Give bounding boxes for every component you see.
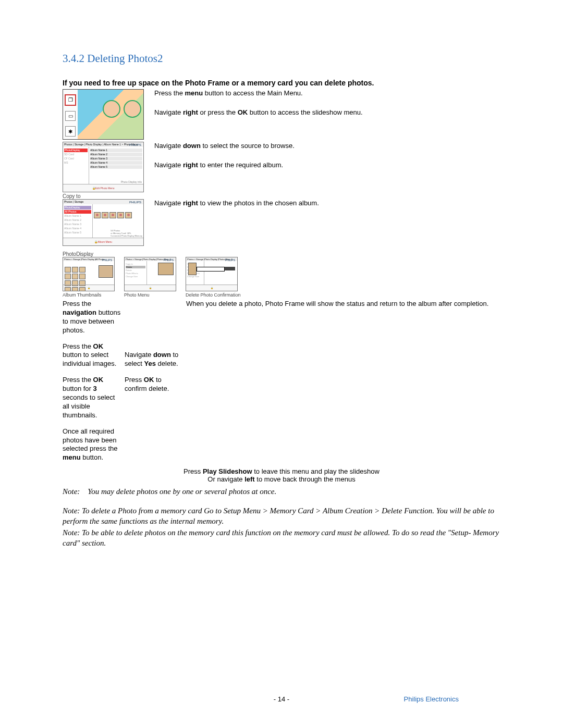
step-text-2: Navigate down to select the source to br…	[154, 142, 295, 170]
triple-col-1: Photos > Storage |Photo Display |All Pho…	[63, 257, 115, 298]
figure-photo-menu: Photos > Storage |Photo Display |Photos …	[124, 257, 176, 291]
t: button.	[81, 453, 103, 461]
t: seconds to select all visible thumbnails…	[63, 393, 115, 419]
triple-col-3: Photos > Storage |Photo Display |Photos …	[186, 257, 241, 298]
t-bold: menu	[63, 453, 81, 461]
triple-col-2: Photos > Storage |Photo Display |Photos …	[124, 257, 176, 298]
segment-label-copy: Copy to	[63, 193, 500, 199]
thumb	[125, 212, 132, 218]
fig3-info: 56 Photos or Memory Card: 56% Connected …	[111, 229, 142, 237]
fig3-thumbs	[93, 212, 143, 219]
t: Press the	[63, 300, 91, 307]
fig2-body: PhotoDisplay SD Card CF Card MS Album Na…	[63, 147, 143, 184]
ic1-p3: Press the OK button for 3 seconds to sel…	[63, 376, 123, 419]
thumb	[117, 212, 124, 218]
center-line-1: Press Play Slideshow to leave this menu …	[63, 467, 500, 475]
t-bold: OK	[144, 376, 154, 384]
t-bold: right	[183, 161, 198, 169]
t: Navigate	[154, 108, 183, 116]
thumb	[72, 274, 78, 279]
note-3: Note: To be able to delete photos on the…	[63, 527, 500, 549]
t: Once all required photos have been selec…	[63, 427, 118, 453]
instr-col-1: Press the navigation buttons to move bet…	[63, 300, 123, 462]
t-bold: OK	[238, 108, 248, 116]
note-1: Note: You may delete photos one by one o…	[63, 486, 500, 497]
document-page: 3.4.2 Deleting Photos2 If you need to fr…	[0, 0, 563, 728]
step-line-1: Press the menu button to access the Main…	[154, 89, 363, 98]
instruction-columns: Press the navigation buttons to move bet…	[63, 300, 500, 462]
t: Press the	[63, 342, 93, 350]
mini-li: Copy to	[126, 263, 145, 265]
note-2: Note: To delete a Photo from a memory ca…	[63, 505, 500, 527]
t: delete.	[156, 360, 178, 367]
fig2-foot: 🔒 Edit Photo Menu	[63, 184, 143, 192]
ic1-p4: Once all required photos have been selec…	[63, 427, 123, 463]
fig2-left-item: SD Card	[64, 153, 88, 156]
settings-icon: ✱	[65, 126, 76, 137]
fig2-right-item: Album Name 4	[90, 161, 142, 165]
t-bold: navigation	[63, 309, 96, 316]
step-text-1: Press the menu button to access the Main…	[154, 89, 363, 128]
mini-body	[63, 261, 114, 285]
figure-source-menu: Photos | Storage | Photo Display | Album…	[63, 142, 144, 192]
t: to leave this menu and play the slidesho…	[252, 467, 380, 475]
fig3-left-item: Album Name 1	[64, 214, 91, 218]
instr-col-2: Navigate down to select Yes delete. Pres…	[125, 300, 183, 462]
thumbnail-triple: Photos > Storage |Photo Display |All Pho…	[63, 257, 500, 298]
fig2-left: PhotoDisplay SD Card CF Card MS	[63, 147, 89, 184]
t: to enter the required album.	[198, 161, 283, 169]
notes-block: Note: You may delete photos one by one o…	[63, 486, 500, 548]
preview-icon	[188, 263, 197, 275]
step-line-2: Navigate right or press the OK button to…	[154, 108, 363, 117]
ic1-p1: Press the navigation buttons to move bet…	[63, 300, 123, 335]
ic2-p2: Press OK to confirm delete.	[125, 376, 183, 393]
ic2-p1: Navigate down to select Yes delete.	[125, 351, 183, 368]
t: Press	[125, 376, 144, 384]
t-bold: down	[183, 142, 201, 150]
fig1-sidebar: ❐ ▭ ✱	[63, 90, 78, 139]
progress-fg	[197, 267, 225, 272]
thumb	[79, 274, 85, 279]
thumb	[72, 267, 78, 273]
t: Press the	[154, 89, 185, 97]
fig3-left: PhotoDisplay All Photos Album Name 1 Alb…	[63, 204, 93, 238]
t: Navigate	[125, 351, 153, 359]
caption-2: Photo Menu	[124, 292, 176, 298]
thumb	[65, 267, 71, 273]
t-bold: OK	[93, 376, 104, 384]
preview-icon	[99, 265, 113, 278]
ic1-p2: Press the OK button to select individual…	[63, 342, 123, 369]
fig2-right-item: Album Name 3	[90, 157, 142, 161]
mini-li: Change Size	[187, 275, 203, 278]
t-bold: right	[183, 108, 198, 116]
t: button for	[63, 385, 93, 392]
fig2-brand: PHILIPS	[129, 143, 141, 146]
t-bold: menu	[185, 89, 203, 97]
fig2-right: Album Name 1 Album Name 2 Album Name 3 A…	[89, 147, 143, 184]
segment-label-pd: PhotoDisplay	[63, 251, 500, 257]
t-bold: right	[183, 199, 198, 207]
t: to move back through the menus	[255, 475, 356, 483]
fig3-left-all: All Photos	[64, 210, 91, 214]
figure-album-thumbnails: Photos > Storage |Photo Display |All Pho…	[63, 257, 115, 291]
photos-icon: ❐	[65, 94, 76, 106]
fig3-foot: 🔒 Album Menu	[63, 238, 143, 245]
t-bold: Yes	[144, 360, 156, 367]
fig2-right-item: Album Name 2	[90, 153, 142, 156]
mini-left: Copy to Delete Rotate Photo Effects Chan…	[125, 261, 147, 285]
t: to select the source to browse.	[201, 142, 295, 150]
t: Navigate	[154, 199, 183, 207]
step-row-1: ❐ ▭ ✱ Press the menu button to access th…	[63, 89, 500, 140]
t: button to select individual images.	[63, 351, 116, 367]
t: Album Menu	[97, 240, 112, 243]
mini-foot: 🔒	[63, 285, 114, 291]
center-line-2: Or navigate left to move back through th…	[63, 475, 500, 483]
t: Connected Photo Display Memory	[111, 235, 142, 237]
t: Navigate	[154, 161, 183, 169]
figure-main-menu: ❐ ▭ ✱	[63, 89, 144, 140]
figure-delete-confirmation: Photos > Storage |Photo Display |Photos …	[186, 257, 238, 291]
t-bold: OK	[93, 342, 104, 350]
fig1-photo	[78, 90, 143, 139]
fig3-left-pd: PhotoDisplay	[64, 206, 91, 209]
t-bold: left	[244, 475, 255, 483]
